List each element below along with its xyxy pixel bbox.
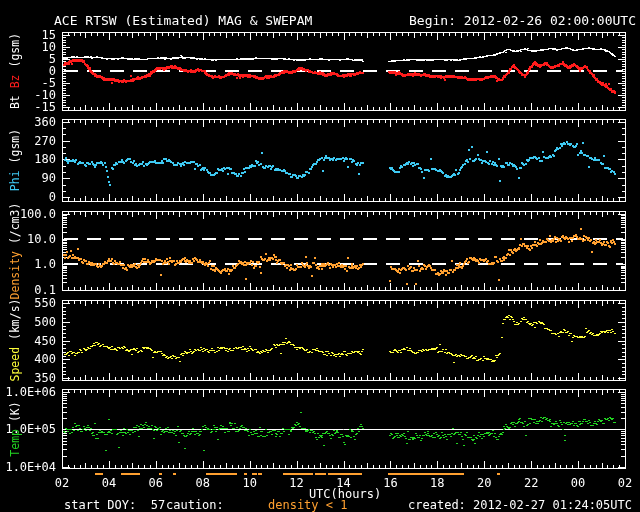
created-timestamp: created: 2012-02-27 01:24:05UTC [408, 499, 632, 511]
plot-title: ACE RTSW (Estimated) MAG & SWEPAM [54, 13, 312, 28]
y-tick-label: 0 [0, 191, 56, 203]
x-tick-label: 02 [609, 477, 640, 489]
ylabel-part: Bz [8, 68, 22, 89]
ylabel-part: (gsm) [8, 129, 22, 164]
panel-ylabel-phi: Phi (gsm) [9, 129, 21, 191]
ylabel-part: (/cm3) [8, 202, 22, 244]
ace-rtsw-plot: 151050-5-10-15Bt Bz (gsm)360270180900Phi… [0, 0, 640, 512]
x-tick-label: 10 [234, 477, 266, 489]
x-tick-label: 00 [562, 477, 594, 489]
x-tick-label: 18 [421, 477, 453, 489]
x-tick-label: 02 [46, 477, 78, 489]
ylabel-part: (gsm) [8, 33, 22, 68]
y-tick-label: 1.0E+04 [0, 461, 56, 473]
x-tick-label: 06 [140, 477, 172, 489]
caution-label: caution: [166, 499, 224, 511]
x-tick-label: 22 [515, 477, 547, 489]
ylabel-part: (km/s) [8, 298, 22, 340]
y-tick-label: 360 [0, 116, 56, 128]
panel-ylabel-temp: Temp (K) [9, 401, 21, 456]
ylabel-part: (K) [8, 401, 22, 422]
ylabel-part: Temp [8, 422, 22, 457]
start-doy-label: start DOY: 57 [64, 499, 165, 511]
axis-labels-layer: 151050-5-10-15Bt Bz (gsm)360270180900Phi… [0, 0, 640, 512]
panel-ylabel-mag: Bt Bz (gsm) [9, 33, 21, 109]
ylabel-part: Phi [8, 163, 22, 191]
ylabel-part: Density [8, 244, 22, 299]
caution-value: density < 1 [268, 499, 347, 511]
x-tick-label: 04 [93, 477, 125, 489]
ylabel-part: Bt [8, 88, 22, 109]
panel-ylabel-density: Density (/cm3) [9, 202, 21, 299]
begin-timestamp: Begin: 2012-02-26 02:00:00UTC [409, 13, 636, 28]
y-tick-label: 1.0E+06 [0, 386, 56, 398]
ylabel-part: Speed [8, 340, 22, 382]
x-tick-label: 08 [187, 477, 219, 489]
panel-ylabel-speed: Speed (km/s) [9, 298, 21, 381]
x-tick-label: 20 [468, 477, 500, 489]
